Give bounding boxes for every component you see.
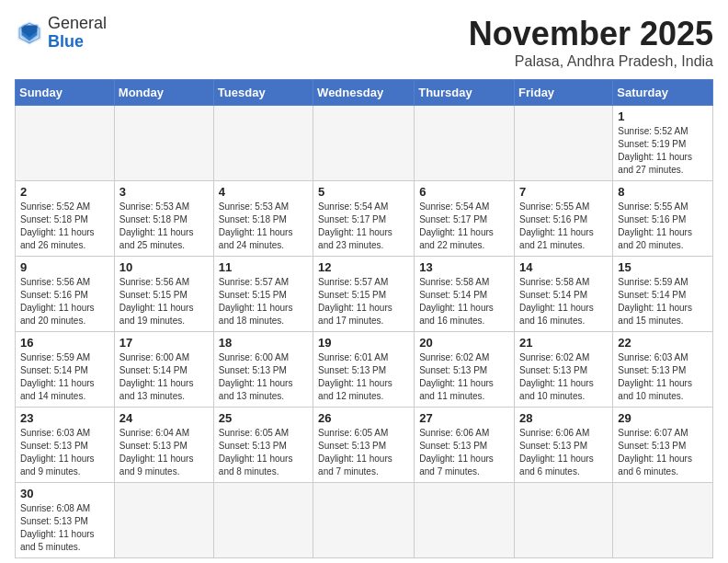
day-info: Sunrise: 5:55 AM Sunset: 5:16 PM Dayligh…: [618, 201, 708, 252]
calendar-day-cell: 26Sunrise: 6:05 AM Sunset: 5:13 PM Dayli…: [313, 408, 415, 483]
weekday-header-thursday: Thursday: [415, 80, 515, 106]
day-number: 14: [519, 260, 608, 274]
generalblue-logo-icon: [15, 18, 44, 48]
day-number: 6: [419, 185, 509, 199]
day-info: Sunrise: 5:55 AM Sunset: 5:16 PM Dayligh…: [519, 201, 608, 252]
day-info: Sunrise: 6:00 AM Sunset: 5:14 PM Dayligh…: [119, 351, 209, 403]
calendar-day-cell: [313, 106, 415, 181]
day-info: Sunrise: 5:58 AM Sunset: 5:14 PM Dayligh…: [419, 276, 509, 327]
day-info: Sunrise: 6:02 AM Sunset: 5:13 PM Dayligh…: [419, 351, 509, 403]
day-number: 25: [219, 411, 308, 425]
day-number: 23: [20, 411, 109, 425]
day-number: 18: [219, 336, 308, 350]
calendar-day-cell: 1Sunrise: 5:52 AM Sunset: 5:19 PM Daylig…: [613, 106, 713, 181]
calendar-day-cell: [213, 106, 313, 181]
day-number: 22: [618, 336, 708, 350]
day-number: 24: [119, 411, 209, 425]
day-info: Sunrise: 6:05 AM Sunset: 5:13 PM Dayligh…: [219, 427, 308, 478]
calendar-week-row: 1Sunrise: 5:52 AM Sunset: 5:19 PM Daylig…: [16, 106, 713, 181]
calendar-day-cell: 20Sunrise: 6:02 AM Sunset: 5:13 PM Dayli…: [415, 332, 515, 408]
calendar-day-cell: [415, 106, 515, 181]
day-info: Sunrise: 6:07 AM Sunset: 5:13 PM Dayligh…: [618, 427, 708, 478]
day-info: Sunrise: 6:00 AM Sunset: 5:13 PM Dayligh…: [219, 351, 308, 403]
calendar-day-cell: [613, 483, 713, 558]
day-info: Sunrise: 6:02 AM Sunset: 5:13 PM Dayligh…: [519, 351, 608, 403]
calendar-day-cell: 2Sunrise: 5:52 AM Sunset: 5:18 PM Daylig…: [16, 181, 115, 257]
logo-text: General Blue: [48, 15, 107, 52]
calendar-day-cell: 30Sunrise: 6:08 AM Sunset: 5:13 PM Dayli…: [16, 483, 115, 558]
day-number: 30: [20, 487, 109, 500]
day-info: Sunrise: 6:08 AM Sunset: 5:13 PM Dayligh…: [20, 502, 109, 554]
day-info: Sunrise: 6:04 AM Sunset: 5:13 PM Dayligh…: [119, 427, 209, 478]
weekday-header-friday: Friday: [515, 80, 613, 106]
day-number: 21: [519, 336, 608, 350]
weekday-header-tuesday: Tuesday: [213, 80, 313, 106]
calendar-day-cell: [415, 483, 515, 558]
day-info: Sunrise: 6:03 AM Sunset: 5:13 PM Dayligh…: [20, 427, 109, 478]
calendar-day-cell: 16Sunrise: 5:59 AM Sunset: 5:14 PM Dayli…: [16, 332, 115, 408]
calendar-day-cell: 21Sunrise: 6:02 AM Sunset: 5:13 PM Dayli…: [515, 332, 613, 408]
weekday-header-saturday: Saturday: [613, 80, 713, 106]
day-number: 1: [618, 109, 708, 123]
calendar-day-cell: 8Sunrise: 5:55 AM Sunset: 5:16 PM Daylig…: [613, 181, 713, 257]
day-info: Sunrise: 5:53 AM Sunset: 5:18 PM Dayligh…: [219, 201, 308, 252]
weekday-header-wednesday: Wednesday: [313, 80, 415, 106]
calendar-day-cell: 13Sunrise: 5:58 AM Sunset: 5:14 PM Dayli…: [415, 257, 515, 332]
day-number: 5: [318, 185, 409, 199]
day-number: 29: [618, 411, 708, 425]
day-info: Sunrise: 6:03 AM Sunset: 5:13 PM Dayligh…: [618, 351, 708, 403]
calendar-day-cell: [114, 483, 213, 558]
day-info: Sunrise: 5:56 AM Sunset: 5:16 PM Dayligh…: [20, 276, 109, 327]
calendar-day-cell: [515, 106, 613, 181]
day-info: Sunrise: 5:52 AM Sunset: 5:18 PM Dayligh…: [20, 201, 109, 252]
calendar-day-cell: [515, 483, 613, 558]
day-info: Sunrise: 6:01 AM Sunset: 5:13 PM Dayligh…: [318, 351, 409, 403]
calendar-day-cell: 5Sunrise: 5:54 AM Sunset: 5:17 PM Daylig…: [313, 181, 415, 257]
day-number: 9: [20, 260, 109, 274]
calendar-week-row: 16Sunrise: 5:59 AM Sunset: 5:14 PM Dayli…: [16, 332, 713, 408]
calendar-day-cell: 23Sunrise: 6:03 AM Sunset: 5:13 PM Dayli…: [16, 408, 115, 483]
day-number: 20: [419, 336, 509, 350]
calendar-day-cell: [16, 106, 115, 181]
calendar-day-cell: 10Sunrise: 5:56 AM Sunset: 5:15 PM Dayli…: [114, 257, 213, 332]
calendar-week-row: 23Sunrise: 6:03 AM Sunset: 5:13 PM Dayli…: [16, 408, 713, 483]
calendar-day-cell: 29Sunrise: 6:07 AM Sunset: 5:13 PM Dayli…: [613, 408, 713, 483]
day-number: 10: [119, 260, 209, 274]
logo: General Blue: [15, 15, 107, 52]
calendar-day-cell: 27Sunrise: 6:06 AM Sunset: 5:13 PM Dayli…: [415, 408, 515, 483]
calendar-day-cell: 25Sunrise: 6:05 AM Sunset: 5:13 PM Dayli…: [213, 408, 313, 483]
calendar-day-cell: 14Sunrise: 5:58 AM Sunset: 5:14 PM Dayli…: [515, 257, 613, 332]
day-info: Sunrise: 5:59 AM Sunset: 5:14 PM Dayligh…: [20, 351, 109, 403]
day-number: 4: [219, 185, 308, 199]
calendar-day-cell: [313, 483, 415, 558]
day-number: 8: [618, 185, 708, 199]
day-number: 13: [419, 260, 509, 274]
weekday-header-row: SundayMondayTuesdayWednesdayThursdayFrid…: [16, 80, 713, 106]
calendar-day-cell: [114, 106, 213, 181]
calendar-day-cell: 4Sunrise: 5:53 AM Sunset: 5:18 PM Daylig…: [213, 181, 313, 257]
day-info: Sunrise: 6:05 AM Sunset: 5:13 PM Dayligh…: [318, 427, 409, 478]
day-info: Sunrise: 5:52 AM Sunset: 5:19 PM Dayligh…: [618, 125, 708, 177]
day-info: Sunrise: 5:53 AM Sunset: 5:18 PM Dayligh…: [119, 201, 209, 252]
day-number: 11: [219, 260, 308, 274]
calendar-day-cell: 3Sunrise: 5:53 AM Sunset: 5:18 PM Daylig…: [114, 181, 213, 257]
day-info: Sunrise: 5:56 AM Sunset: 5:15 PM Dayligh…: [119, 276, 209, 327]
calendar-day-cell: 28Sunrise: 6:06 AM Sunset: 5:13 PM Dayli…: [515, 408, 613, 483]
title-area: November 2025 Palasa, Andhra Pradesh, In…: [469, 15, 713, 70]
day-number: 16: [20, 336, 109, 350]
month-title: November 2025: [469, 15, 713, 53]
calendar-day-cell: 19Sunrise: 6:01 AM Sunset: 5:13 PM Dayli…: [313, 332, 415, 408]
day-info: Sunrise: 5:58 AM Sunset: 5:14 PM Dayligh…: [519, 276, 608, 327]
calendar-day-cell: 24Sunrise: 6:04 AM Sunset: 5:13 PM Dayli…: [114, 408, 213, 483]
calendar-day-cell: 6Sunrise: 5:54 AM Sunset: 5:17 PM Daylig…: [415, 181, 515, 257]
day-number: 17: [119, 336, 209, 350]
day-number: 19: [318, 336, 409, 350]
day-number: 7: [519, 185, 608, 199]
day-number: 2: [20, 185, 109, 199]
calendar-day-cell: 9Sunrise: 5:56 AM Sunset: 5:16 PM Daylig…: [16, 257, 115, 332]
weekday-header-monday: Monday: [114, 80, 213, 106]
calendar-day-cell: 15Sunrise: 5:59 AM Sunset: 5:14 PM Dayli…: [613, 257, 713, 332]
day-number: 15: [618, 260, 708, 274]
calendar-day-cell: 17Sunrise: 6:00 AM Sunset: 5:14 PM Dayli…: [114, 332, 213, 408]
day-info: Sunrise: 5:54 AM Sunset: 5:17 PM Dayligh…: [318, 201, 409, 252]
